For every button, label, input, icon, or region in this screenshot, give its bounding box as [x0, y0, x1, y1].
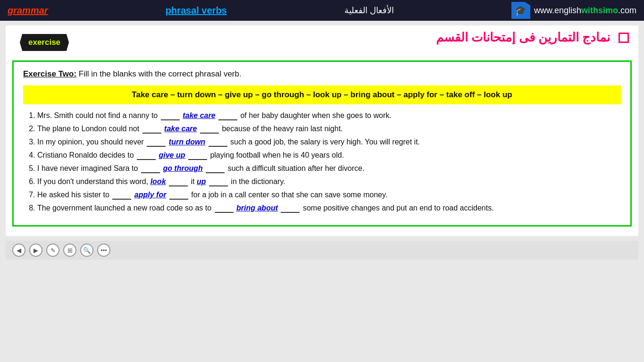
sentence-6-answer-up: up	[197, 177, 206, 185]
sentence-6-before: If you don't understand this word,	[37, 177, 151, 185]
sentence-2-after: because of the heavy rain last night.	[222, 125, 343, 133]
sentence-4-before: Cristiano Ronaldo decides to	[37, 151, 134, 159]
nav-more-button[interactable]: •••	[97, 244, 110, 257]
sentence-2-blank-before	[142, 125, 161, 134]
sentence-6-answer-look: look	[151, 177, 166, 185]
sentence-2-answer: take care	[164, 125, 197, 133]
sentence-4-blank-before	[137, 152, 156, 160]
sentence-7-blank-before	[112, 191, 131, 200]
nav-prev-button[interactable]: ◀	[12, 244, 25, 257]
sentence-3-blank-after	[209, 138, 227, 147]
sentence-6: If you don't understand this word, look …	[37, 178, 621, 186]
sentence-8-blank-after	[281, 204, 300, 213]
sentence-5-blank-before	[141, 165, 160, 173]
sentence-8-before: The government launched a new road code …	[37, 204, 211, 212]
nav-grid-button[interactable]: ⊞	[63, 244, 76, 257]
sentence-1-answer: take care	[183, 111, 215, 119]
website-label: www.englishwithsimo.com	[534, 6, 636, 16]
main-content: exercise نمادج التمارين فى إمتحانات القس…	[6, 25, 638, 236]
sentence-4-after: playing football when he is 40 years old…	[210, 151, 344, 159]
sentences-list: Mrs. Smith could not find a nanny to tak…	[23, 112, 621, 213]
sentence-1-after: of her baby daughter when she goes to wo…	[240, 111, 391, 119]
sentence-3-after: such a good job, the salary is very high…	[230, 138, 420, 146]
phrasal-verbs-label[interactable]: phrasal verbs	[166, 5, 227, 16]
sentence-5-before: I have never imagined Sara to	[37, 164, 138, 172]
sentence-2-blank-after	[200, 125, 219, 134]
nav-edit-button[interactable]: ✎	[46, 244, 59, 257]
exercise-title-line: Exercise Two: Fill in the blanks with th…	[23, 69, 621, 79]
sentence-8-blank-before	[215, 204, 234, 213]
nav-next-button[interactable]: ▶	[29, 244, 42, 257]
sentence-5-blank-after	[206, 165, 225, 173]
sentence-8: The government launched a new road code …	[37, 204, 621, 213]
exercise-badge: exercise	[20, 34, 69, 51]
website-name: simo	[598, 6, 618, 15]
checkbox-icon	[619, 33, 629, 43]
arabic-title: نمادج التمارين فى إمتحانات القسم	[436, 30, 610, 45]
sentence-3-blank-before	[147, 138, 166, 147]
arabic-label: الأفعال الفعلية	[344, 5, 394, 16]
sentence-4-blank-after	[188, 152, 207, 160]
sentence-7-answer: apply for	[134, 191, 167, 199]
sentence-5-after: such a difficult situation after her div…	[228, 164, 365, 172]
sentence-6-it: it	[191, 177, 196, 185]
logo-icon: 🎓	[511, 2, 530, 19]
sentence-1-before: Mrs. Smith could not find a nanny to	[37, 111, 158, 119]
sentence-5-answer: go through	[163, 164, 202, 172]
nav-zoom-button[interactable]: 🔍	[80, 244, 93, 257]
sentence-3-before: In my opinion, you should never	[37, 138, 144, 146]
sentence-1-blank-before	[161, 112, 180, 120]
sentence-6-after: in the dictionary.	[231, 177, 285, 185]
sentence-2-before: The plane to London could not	[37, 125, 139, 133]
sentence-1-blank-after	[218, 112, 237, 120]
sentence-7-before: He asked his sister to	[37, 191, 109, 199]
exercise-heading: Exercise Two:	[23, 69, 76, 78]
sentence-3-answer: turn down	[169, 138, 205, 146]
exercise-box: Exercise Two: Fill in the blanks with th…	[12, 60, 632, 227]
sentence-3: In my opinion, you should never turn dow…	[37, 138, 621, 147]
grammar-label[interactable]: grammar	[8, 5, 48, 16]
sentence-1: Mrs. Smith could not find a nanny to tak…	[37, 112, 621, 120]
sentence-4-answer: give up	[159, 151, 185, 159]
word-bank: Take care – turn down – give up – go thr…	[23, 85, 621, 104]
sentence-7-blank-after	[169, 191, 188, 200]
sentence-6-blank-mid2	[209, 178, 228, 186]
exercise-instruction: Fill in the blanks with the correct phra…	[76, 69, 242, 78]
exercise-badge-container: exercise	[20, 34, 69, 51]
sentence-7-after: for a job in a call center so that she c…	[191, 191, 387, 199]
sentence-8-after: some positive changes and put an end to …	[303, 204, 494, 212]
header-bar: grammar phrasal verbs الأفعال الفعلية 🎓 …	[0, 0, 644, 21]
sentence-6-blank-mid1	[169, 178, 188, 186]
sentence-5: I have never imagined Sara to go through…	[37, 165, 621, 173]
bottom-nav: ◀ ▶ ✎ ⊞ 🔍 •••	[6, 241, 638, 260]
sentence-7: He asked his sister to apply for for a j…	[37, 191, 621, 200]
sentence-2: The plane to London could not take care …	[37, 125, 621, 134]
sentence-8-answer: bring about	[236, 204, 278, 212]
sentence-4: Cristiano Ronaldo decides to give up pla…	[37, 152, 621, 160]
website-highlight: with	[581, 6, 598, 15]
